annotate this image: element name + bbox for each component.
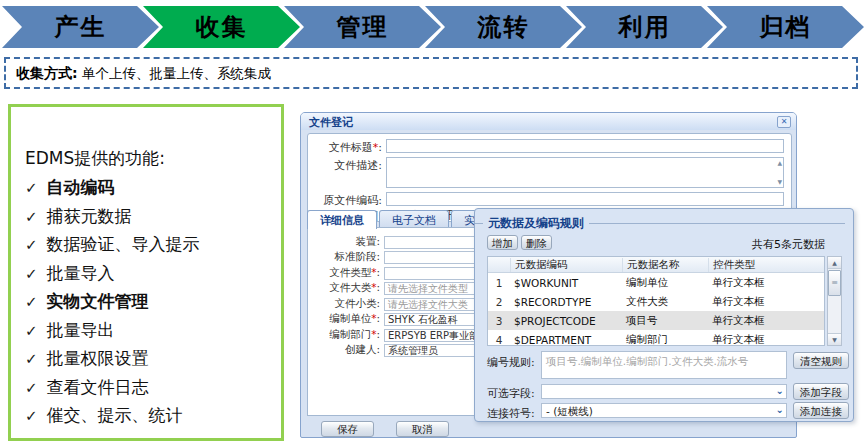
feature-label: 批量权限设置 <box>47 348 149 368</box>
panel-title: 元数据及编码规则 <box>488 215 584 232</box>
file-title-label: 文件标题*: <box>308 139 382 155</box>
scroll-up-icon[interactable]: ▲ <box>777 160 782 166</box>
compile-dept-label: 编制部门*: <box>308 328 380 342</box>
metadata-count: 共有5条元数据 <box>752 237 825 252</box>
tab-electronic-doc[interactable]: 电子文档 <box>379 210 449 228</box>
scroll-up-icon[interactable]: ▲ <box>828 257 841 269</box>
clear-rule-button[interactable]: 清空规则 <box>793 352 849 369</box>
standard-stage-label: 标准阶段: <box>308 250 380 264</box>
flow-step-archive: 归档 <box>707 6 864 48</box>
table-row-selected[interactable]: 3 $PROJECTCODE 项目号 单行文本框 <box>488 311 824 330</box>
collect-method-label: 收集方式: <box>16 65 78 81</box>
file-category-label: 文件大类*: <box>308 281 380 295</box>
close-icon[interactable]: ✕ <box>777 116 791 128</box>
file-type-label: 文件类型*: <box>308 266 380 280</box>
feature-label: 查看文件日志 <box>47 377 149 397</box>
process-flow: 产生 收集 管理 流转 利用 归档 <box>2 6 864 48</box>
check-icon: ✓ <box>25 293 38 311</box>
feature-item: ✓批量权限设置 <box>25 345 281 374</box>
check-icon: ✓ <box>25 379 38 397</box>
feature-item: ✓批量导出 <box>25 317 281 346</box>
table-row[interactable]: 4 $DEPARTMENT 编制部门 单行文本框 <box>488 330 824 346</box>
cancel-button[interactable]: 取消 <box>396 421 449 437</box>
add-button[interactable]: 增加 <box>487 235 518 250</box>
orig-code-input[interactable] <box>386 192 784 206</box>
connector-label: 连接符号: <box>487 406 535 421</box>
connector-select[interactable]: - (短横线)⌄ <box>541 403 787 418</box>
dialog-titlebar[interactable]: 文件登记 <box>301 113 796 130</box>
scroll-down-icon[interactable]: ▼ <box>828 333 841 345</box>
rule-label: 编号规则: <box>487 355 535 370</box>
check-icon: ✓ <box>25 350 38 368</box>
feature-item: ✓捕获元数据 <box>25 203 281 232</box>
feature-label: 实物文件管理 <box>47 291 149 311</box>
chevron-down-icon[interactable]: ⌄ <box>776 404 784 415</box>
check-icon: ✓ <box>25 236 38 254</box>
feature-item: ✓催交、提示、统计 <box>25 402 281 431</box>
tab-detail-info[interactable]: 详细信息 <box>307 210 377 229</box>
dialog-title: 文件登记 <box>309 116 353 129</box>
feature-item: ✓数据验证、导入提示 <box>25 231 281 260</box>
table-row[interactable]: 2 $RECORDTYPE 文件大类 单行文本框 <box>488 292 824 311</box>
flow-step-manage: 管理 <box>284 6 441 48</box>
rule-input[interactable]: 项目号.编制单位.编制部门.文件大类.流水号 <box>541 351 787 379</box>
feature-label: 捕获元数据 <box>47 206 132 226</box>
edms-features-panel: EDMS提供的功能: ✓自动编码 ✓捕获元数据 ✓数据验证、导入提示 ✓批量导入… <box>8 104 284 441</box>
file-subcategory-label: 文件小类: <box>308 297 380 311</box>
feature-label: 自动编码 <box>47 177 115 197</box>
flow-step-collect-active: 收集 <box>143 6 300 48</box>
metadata-rules-panel: 元数据及编码规则 增加 删除 共有5条元数据 元数据编码 元数据名称 控件类型 … <box>474 208 854 422</box>
feature-item: ✓自动编码 <box>25 174 281 203</box>
check-icon: ✓ <box>25 265 38 283</box>
compile-unit-label: 编制单位*: <box>308 312 380 326</box>
save-button[interactable]: 保存 <box>321 421 374 437</box>
optional-field-select[interactable]: ⌄ <box>541 384 787 399</box>
add-connector-button[interactable]: 添加连接 <box>793 402 849 419</box>
delete-button[interactable]: 删除 <box>521 235 552 250</box>
orig-code-label: 原文件编码: <box>308 192 382 208</box>
collect-method-banner: 收集方式: 单个上传、批量上传、系统集成 <box>4 57 858 89</box>
check-icon: ✓ <box>25 208 38 226</box>
scroll-down-icon[interactable]: ▼ <box>777 179 782 185</box>
check-icon: ✓ <box>25 179 38 197</box>
feature-item: ✓查看文件日志 <box>25 374 281 403</box>
feature-item: ✓批量导入 <box>25 260 281 289</box>
table-row[interactable]: 1 $WORKUNIT 编制单位 单行文本框 <box>488 273 824 292</box>
features-title: EDMS提供的功能: <box>25 147 281 170</box>
flow-step-produce: 产生 <box>2 6 159 48</box>
file-title-input[interactable] <box>386 139 784 153</box>
check-icon: ✓ <box>25 322 38 340</box>
file-desc-textarea[interactable]: ▲ ▼ <box>386 157 784 188</box>
table-scrollbar[interactable]: ▲ ≡ ▼ <box>827 256 842 346</box>
col-name: 元数据名称 <box>622 258 708 272</box>
metadata-toolbar: 增加 删除 <box>487 235 555 250</box>
check-icon: ✓ <box>25 407 38 425</box>
scrollbar-thumb[interactable]: ≡ <box>828 270 841 296</box>
table-header: 元数据编码 元数据名称 控件类型 <box>488 257 824 273</box>
feature-item: ✓实物文件管理 <box>25 288 281 317</box>
optional-field-label: 可选字段: <box>487 386 535 401</box>
col-type: 控件类型 <box>708 258 796 272</box>
panel-legend: 元数据及编码规则 <box>475 209 853 232</box>
chevron-down-icon[interactable]: ⌄ <box>776 385 784 396</box>
feature-label: 催交、提示、统计 <box>47 405 183 425</box>
add-field-button[interactable]: 添加字段 <box>793 383 849 400</box>
col-code: 元数据编码 <box>510 258 622 272</box>
feature-label: 批量导入 <box>47 263 115 283</box>
collect-method-text: 单个上传、批量上传、系统集成 <box>78 65 271 81</box>
device-label: 装置: <box>308 235 380 249</box>
feature-label: 批量导出 <box>47 320 115 340</box>
feature-label: 数据验证、导入提示 <box>47 234 200 254</box>
flow-step-transfer: 流转 <box>425 6 582 48</box>
creator-label: 创建人: <box>308 343 380 357</box>
file-desc-label: 文件描述: <box>308 157 382 173</box>
metadata-table: 元数据编码 元数据名称 控件类型 1 $WORKUNIT 编制单位 单行文本框 … <box>487 256 825 346</box>
flow-step-use: 利用 <box>566 6 723 48</box>
